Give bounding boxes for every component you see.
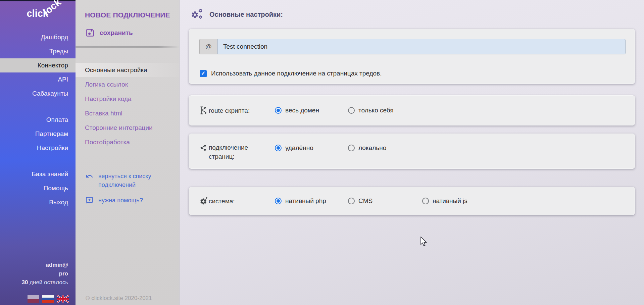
pages-connection-card: подключение страниц: удалённо локально bbox=[189, 134, 635, 169]
app: clicklock Дашборд Треды Коннектор API Са… bbox=[0, 0, 644, 305]
at-prefix-icon: @ bbox=[199, 39, 217, 54]
connection-panel: НОВОЕ ПОДКЛЮЧЕНИЕ сохранить Основные нас… bbox=[76, 0, 180, 305]
sidebar-item-knowledge-base[interactable]: База знаний bbox=[0, 167, 76, 181]
content-header: Основные настройки: bbox=[180, 0, 644, 20]
sidebar-item-logout[interactable]: Выход bbox=[0, 195, 76, 209]
flag-uk-icon[interactable] bbox=[57, 295, 69, 303]
radio-icon[interactable] bbox=[422, 198, 429, 204]
back-to-connections-link[interactable]: вернуться к списку подключений bbox=[86, 172, 171, 189]
pages-option-remote[interactable]: удалённо bbox=[275, 144, 313, 152]
content-title: Основные настройки: bbox=[209, 11, 283, 18]
undo-icon bbox=[86, 172, 93, 189]
account-info: admin@ pro 30 дней осталось bbox=[0, 261, 68, 287]
pages-connection-label: подключение страниц: bbox=[209, 143, 266, 161]
gear-plus-icon bbox=[200, 197, 208, 205]
radio-icon[interactable] bbox=[348, 107, 355, 114]
account-days-left: 30 дней осталось bbox=[0, 278, 68, 287]
radio-icon[interactable] bbox=[275, 198, 282, 204]
system-option-cms[interactable]: CMS bbox=[348, 197, 373, 205]
sidebar-nav: Дашборд Треды Коннектор API Сабакаунты О… bbox=[0, 30, 76, 209]
radio-label: удалённо bbox=[285, 144, 313, 152]
use-on-threads-label: Использовать данное подключение на стран… bbox=[211, 70, 382, 77]
share-icon bbox=[200, 144, 207, 152]
radio-icon[interactable] bbox=[348, 198, 355, 204]
connection-name-card: @ Использовать данное подключение на стр… bbox=[189, 29, 635, 84]
panel-title: НОВОЕ ПОДКЛЮЧЕНИЕ bbox=[76, 0, 179, 19]
sidebar-item-subaccounts[interactable]: Сабакаунты bbox=[0, 87, 76, 101]
flag-poland-icon[interactable] bbox=[28, 295, 39, 303]
save-button[interactable]: сохранить bbox=[86, 28, 179, 37]
account-plan: pro bbox=[0, 269, 68, 278]
route-option-whole-domain[interactable]: весь домен bbox=[275, 107, 319, 114]
sidebar-item-help[interactable]: Помощь bbox=[0, 181, 76, 195]
radio-label: локально bbox=[358, 144, 386, 152]
panel-menu-item-integrations[interactable]: Сторонние интеграции bbox=[76, 120, 179, 135]
need-help-link[interactable]: нужна помощь? bbox=[86, 196, 171, 205]
connection-name-input[interactable] bbox=[217, 39, 626, 54]
main-content: Основные настройки: @ Использовать данно… bbox=[180, 0, 644, 305]
save-icon bbox=[86, 28, 95, 37]
radio-icon[interactable] bbox=[275, 107, 282, 114]
use-on-threads-row: Использовать данное подключение на стран… bbox=[200, 70, 382, 77]
panel-menu-item-code-settings[interactable]: Настройки кода bbox=[76, 92, 179, 106]
sidebar: clicklock Дашборд Треды Коннектор API Са… bbox=[0, 0, 76, 305]
panel-menu-item-postprocessing[interactable]: Постобработка bbox=[76, 135, 179, 149]
radio-icon[interactable] bbox=[275, 145, 282, 151]
sidebar-item-connector[interactable]: Коннектор bbox=[0, 58, 76, 72]
radio-label: только себя bbox=[358, 107, 394, 114]
system-label: система: bbox=[209, 197, 266, 206]
connection-name-group: @ bbox=[199, 39, 626, 54]
pages-option-local[interactable]: локально bbox=[348, 144, 386, 152]
system-card: система: нативный php CMS нативный js bbox=[189, 187, 635, 215]
radio-icon[interactable] bbox=[348, 145, 355, 151]
back-link-label: вернуться к списку подключений bbox=[98, 172, 159, 189]
route-option-only-self[interactable]: только себя bbox=[348, 107, 394, 114]
system-option-native-js[interactable]: нативный js bbox=[422, 197, 467, 205]
route-label: route скрипта: bbox=[209, 106, 266, 115]
sidebar-item-settings[interactable]: Настройки bbox=[0, 141, 76, 155]
copyright-footer: © clicklock.site 2020-2021 bbox=[86, 295, 152, 302]
system-option-native-php[interactable]: нативный php bbox=[275, 197, 326, 205]
use-on-threads-checkbox[interactable] bbox=[200, 70, 207, 77]
comment-plus-icon bbox=[86, 196, 93, 205]
panel-menu-item-link-logic[interactable]: Логика ссылок bbox=[76, 77, 179, 92]
sidebar-item-partners[interactable]: Партнерам bbox=[0, 127, 76, 141]
radio-label: CMS bbox=[358, 197, 373, 205]
radio-label: весь домен bbox=[285, 107, 319, 114]
route-card: route скрипта: весь домен только себя bbox=[189, 95, 635, 125]
panel-divider bbox=[76, 46, 179, 48]
panel-links: вернуться к списку подключений нужна пом… bbox=[86, 172, 171, 211]
sidebar-item-api[interactable]: API bbox=[0, 72, 76, 87]
sidebar-item-payment[interactable]: Оплата bbox=[0, 113, 76, 127]
logo[interactable]: clicklock bbox=[27, 8, 67, 19]
account-email: admin@ bbox=[0, 261, 68, 269]
language-flags bbox=[28, 295, 69, 303]
sidebar-item-threads[interactable]: Треды bbox=[0, 44, 76, 58]
save-button-label: сохранить bbox=[100, 29, 133, 37]
panel-menu-item-main-settings[interactable]: Основные настройки bbox=[76, 63, 179, 77]
help-link-label: нужна помощь? bbox=[98, 196, 143, 205]
gears-icon bbox=[191, 9, 204, 20]
route-icon bbox=[200, 106, 207, 115]
radio-label: нативный js bbox=[433, 197, 467, 205]
panel-menu: Основные настройки Логика ссылок Настрой… bbox=[76, 63, 179, 149]
sidebar-item-dashboard[interactable]: Дашборд bbox=[0, 30, 76, 44]
flag-russia-icon[interactable] bbox=[42, 295, 54, 303]
radio-label: нативный php bbox=[285, 197, 326, 205]
panel-menu-item-html-insert[interactable]: Вставка html bbox=[76, 106, 179, 120]
